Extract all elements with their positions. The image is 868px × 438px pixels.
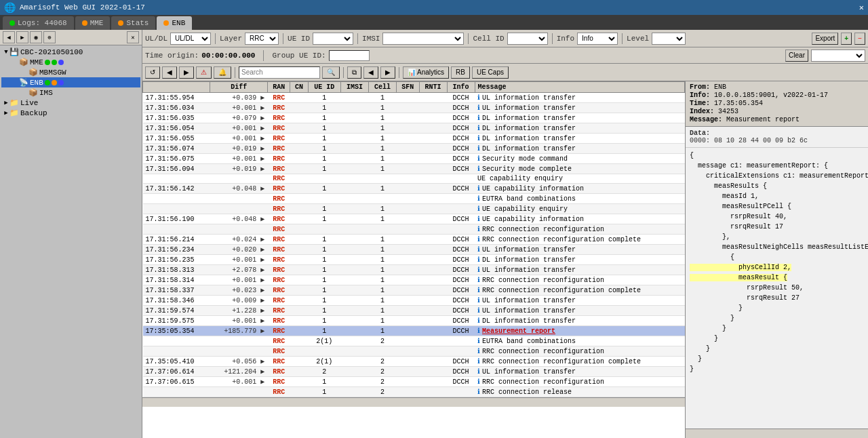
copy-button[interactable]: ⧉	[347, 66, 361, 79]
sidebar-btn-3[interactable]: ◉	[30, 31, 42, 43]
cell-2: RRC	[267, 285, 290, 296]
info-select[interactable]: Info	[577, 33, 618, 45]
tree-item-cbc-2021050100[interactable]: ▼💾CBC-2021050100	[1, 47, 140, 57]
table-row[interactable]: RRCℹRRC connection reconfiguration	[143, 224, 685, 235]
table-row[interactable]: 17.31:55.954+0.039 ▶RRC11DCCHℹUL informa…	[143, 93, 685, 103]
cell-5	[340, 316, 368, 326]
message-text: Security mode command	[482, 155, 568, 163]
detail-scrollbar[interactable]	[686, 429, 868, 438]
cell-5	[340, 357, 368, 367]
table-row[interactable]: 17:35:05.354+185.779 ▶RRC11DCCHℹMeasurem…	[143, 326, 685, 336]
table-row[interactable]: RRC12ℹRRC connection release	[143, 387, 685, 397]
nav-next-button[interactable]: ▶	[380, 66, 395, 79]
clear-button[interactable]: Clear	[785, 49, 808, 62]
cell-3	[290, 245, 308, 255]
table-row[interactable]: RRCℹEUTRA band combinations	[143, 194, 685, 204]
analytics-button[interactable]: 📊 Analytics	[403, 66, 449, 79]
table-row[interactable]: 17.35:05.410+0.056 ▶RRC2(1)2DCCHℹRRC con…	[143, 357, 685, 367]
cell-6: 1	[368, 235, 396, 245]
nav-prev-button[interactable]: ◀	[363, 66, 378, 79]
refresh-button[interactable]: ↺	[145, 66, 160, 79]
table-row[interactable]: 17.31:58.314+0.001 ▶RRC11DCCHℹRRC connec…	[143, 275, 685, 285]
table-row[interactable]: RRCℹRRC connection reconfiguration	[143, 346, 685, 357]
ue-caps-button[interactable]: UE Caps	[472, 66, 509, 79]
table-row[interactable]: 17.31:56.055+0.001 ▶RRC11DCCHℹDL informa…	[143, 134, 685, 144]
tree-item-backup[interactable]: ▶📁Backup	[1, 108, 140, 118]
table-row[interactable]: RRC2(1)2ℹEUTRA band combinations	[143, 336, 685, 346]
cell-4: 1	[308, 326, 340, 336]
col-ran: RAN	[267, 82, 290, 93]
close-button[interactable]: ✕	[859, 3, 864, 13]
sidebar-btn-2[interactable]: ▶	[16, 31, 28, 43]
table-row[interactable]: 17.31:56.234+0.020 ▶RRC11DCCHℹUL informa…	[143, 245, 685, 255]
table-row[interactable]: 17.31:58.337+0.023 ▶RRC11DCCHℹRRC connec…	[143, 285, 685, 296]
table-row[interactable]: 17.31:56.235+0.001 ▶RRC11DCCHℹDL informa…	[143, 255, 685, 265]
cell-1	[210, 174, 268, 184]
cell-10: ℹUL information transfer	[475, 296, 684, 306]
horizontal-scrollbar[interactable]	[142, 397, 685, 407]
cell-6: 1	[368, 214, 396, 224]
table-row[interactable]: 17.31:56.035+0.079 ▶RRC11DCCHℹDL informa…	[143, 113, 685, 123]
tree-item-ims[interactable]: 📦IMS	[1, 87, 140, 98]
table-row[interactable]: 17.31:56.214+0.024 ▶RRC11DCCHℹRRC connec…	[143, 235, 685, 245]
table-row[interactable]: 17.31:56.054+0.001 ▶RRC11DCCHℹDL informa…	[143, 123, 685, 134]
search-icon-btn[interactable]: 🔍	[322, 66, 340, 79]
clear-select[interactable]	[811, 49, 865, 62]
table-row[interactable]: 17.31:56.075+0.001 ▶RRC11DCCHℹSecurity m…	[143, 154, 685, 164]
prev-button[interactable]: ◀	[162, 66, 177, 79]
cell-8	[419, 387, 447, 397]
table-row[interactable]: 17.31:56.142+0.048 ▶RRC11DCCHℹUE capabil…	[143, 184, 685, 194]
imsi-select[interactable]	[382, 33, 464, 45]
tree-item-live[interactable]: ▶📁Live	[1, 98, 140, 108]
cell-5	[340, 367, 368, 377]
table-row[interactable]: RRC11ℹUE capability enquiry	[143, 204, 685, 214]
rb-button[interactable]: RB	[451, 66, 470, 79]
cell-id-select[interactable]	[507, 33, 548, 45]
alert-button[interactable]: 🔔	[214, 66, 231, 79]
warning-button[interactable]: ⚠	[196, 66, 212, 79]
table-row[interactable]: 17.31:59.574+1.228 ▶RRC11DCCHℹUL informa…	[143, 306, 685, 316]
table-row[interactable]: 17.31:58.313+2.078 ▶RRC11DCCHℹUL informa…	[143, 265, 685, 275]
tab-enb[interactable]: ENB	[157, 16, 192, 30]
info-icon: ℹ	[477, 246, 480, 254]
sidebar-close-btn[interactable]: ✕	[127, 31, 139, 43]
table-row[interactable]: 17.31:58.346+0.009 ▶RRC11DCCHℹUL informa…	[143, 296, 685, 306]
cell-10: ℹDL information transfer	[475, 134, 684, 144]
cell-3	[290, 134, 308, 144]
message-text: RRC connection reconfiguration	[482, 378, 604, 386]
tree-item-enb[interactable]: 📡ENB	[1, 77, 140, 87]
table-row[interactable]: 17.37:06.614+121.204 ▶RRC22DCCHℹUL infor…	[143, 367, 685, 377]
layer-select[interactable]: RRC	[245, 33, 279, 45]
tabbar: Logs: 44068MMEStatsENB	[0, 15, 868, 30]
table-row[interactable]: 17.37:06.615+0.001 ▶RRC12DCCHℹRRC connec…	[143, 377, 685, 387]
tab-dot-stats	[118, 20, 123, 26]
next-button[interactable]: ▶	[179, 66, 194, 79]
sidebar-btn-4[interactable]: ⊕	[43, 31, 56, 43]
ue-id-select[interactable]	[313, 33, 353, 45]
table-row[interactable]: 17.31:56.074+0.019 ▶RRC11DCCHℹDL informa…	[143, 144, 685, 154]
table-row[interactable]: 17.31:56.034+0.001 ▶RRC11DCCHℹUL informa…	[143, 103, 685, 113]
cell-10: UE capability enquiry	[475, 174, 684, 184]
tab-stats[interactable]: Stats	[111, 16, 155, 30]
sidebar-btn-1[interactable]: ◀	[3, 31, 15, 43]
info-icon: ℹ	[477, 297, 480, 304]
export-button[interactable]: Export	[812, 33, 838, 45]
tab-logs[interactable]: Logs: 44068	[3, 16, 74, 30]
table-row[interactable]: RRCUE capability enquiry	[143, 174, 685, 184]
tree-item-mbmsgw[interactable]: 📦MBMSGW	[1, 67, 140, 77]
add-button[interactable]: +	[841, 33, 852, 45]
group-ue-id-input[interactable]	[329, 50, 370, 61]
detail-header: From: ENB Info: 10.0.0.185:9001, v2022-0…	[686, 81, 868, 127]
ul-dl-select[interactable]: UL/DL	[170, 33, 211, 45]
level-select[interactable]	[652, 33, 686, 45]
info-icon: ℹ	[477, 216, 480, 223]
tree-item-mme[interactable]: 📦MME	[1, 57, 140, 67]
remove-button[interactable]: −	[854, 33, 865, 45]
tab-mme[interactable]: MME	[75, 16, 111, 30]
cell-9: DCCH	[447, 164, 475, 174]
table-row[interactable]: 17.31:56.094+0.019 ▶RRC11DCCHℹSecurity m…	[143, 164, 685, 174]
cell-1	[210, 346, 268, 357]
search-input[interactable]	[239, 66, 320, 79]
table-row[interactable]: 17.31:59.575+0.001 ▶RRC11DCCHℹDL informa…	[143, 316, 685, 326]
table-row[interactable]: 17.31:56.190+0.048 ▶RRC11DCCHℹUE capabil…	[143, 214, 685, 224]
